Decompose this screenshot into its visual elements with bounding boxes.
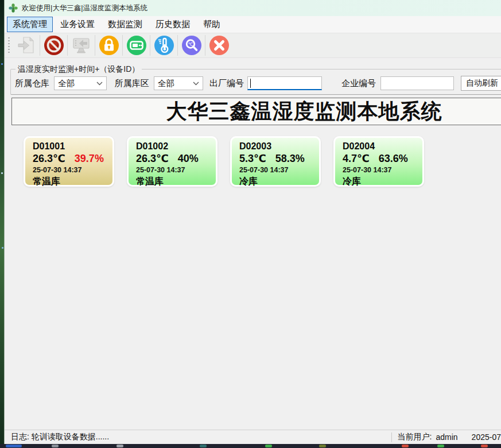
company-no-label: 企业编号 [341,78,376,89]
device-card-row: D01001 26.3℃39.7% 25-07-30 14:37 常温库 D01… [24,136,424,187]
device-humidity: 58.3% [275,153,305,164]
current-user-label: 当前用户: [398,432,432,442]
device-timestamp: 25-07-30 14:37 [239,165,319,175]
status-date: 2025-07 [472,432,501,442]
remote-desktop-icon[interactable] [68,34,95,57]
device-card[interactable]: D01002 26.3℃40% 25-07-30 14:37 常温库 [127,136,218,187]
banner-title: 大华三鑫温湿度监测本地系统 [12,98,501,126]
device-location: 冷库 [239,175,319,187]
taskbar-icon-fragment [437,445,444,447]
menu-bar: 系统管理业务设置数据监测历史数据帮助 [5,16,501,33]
warehouse-selected-value: 全部 [58,78,96,89]
factory-no-input[interactable] [247,76,322,90]
factory-no-label: 出厂编号 [209,78,244,89]
device-id: D01001 [33,140,112,152]
status-bar: 日志: 轮训读取设备数据...... 当前用户: admin 2025-07 [5,430,501,444]
device-humidity: 63.6% [379,153,408,164]
menu-item[interactable]: 历史数据 [150,17,196,32]
warehouse-label: 所属仓库 [15,78,49,89]
device-location: 冷库 [343,175,422,187]
device-location: 常温库 [33,175,112,187]
device-values: 26.3℃40% [136,152,216,165]
banner: 大华三鑫温湿度监测本地系统 [11,98,501,125]
taskbar-icon-fragment [319,445,326,447]
device-values: 4.7℃63.6% [343,152,422,165]
taskbar-icon-fragment [6,445,22,447]
lock-icon[interactable] [95,34,122,57]
device-id: D01002 [136,140,216,152]
device-values: 26.3℃39.7% [33,152,112,165]
status-separator [391,432,392,442]
device-id: D02004 [343,140,422,152]
device-card[interactable]: D02003 5.3℃58.3% 25-07-30 14:37 冷库 [230,136,321,187]
close-icon[interactable] [205,34,232,57]
device-values: 5.3℃58.3% [239,152,319,165]
temperature-search-icon[interactable]: ℃ [178,34,205,57]
menu-item[interactable]: 帮助 [197,17,226,32]
groupbox-label: 温湿度实时监测+时间+（设备ID） [15,64,142,75]
title-bar: 欢迎使用|大华三鑫|温湿度监测本地系统 [5,0,501,16]
window-title: 欢迎使用|大华三鑫|温湿度监测本地系统 [22,3,147,13]
status-log: 日志: 轮训读取设备数据...... [11,432,109,442]
device-card[interactable]: D02004 4.7℃63.6% 25-07-30 14:37 冷库 [333,136,424,187]
warehouse-select[interactable]: 全部 [54,76,107,90]
app-window: 欢迎使用|大华三鑫|温湿度监测本地系统 系统管理业务设置数据监测历史数据帮助 [4,0,501,444]
forbidden-icon[interactable] [40,34,67,57]
menu-item[interactable]: 数据监测 [102,17,148,32]
device-humidity: 40% [178,153,199,164]
area-label: 所属库区 [115,78,149,89]
text-caret [250,79,251,88]
realtime-monitor-groupbox: 温湿度实时监测+时间+（设备ID） 所属仓库 全部 所属库区 全部 出厂编号 企… [10,69,501,95]
desktop-icon-fragment [1,172,3,174]
taskbar-icon-fragment [402,445,409,447]
device-timestamp: 25-07-30 14:37 [33,165,112,175]
current-user-value: admin [436,432,457,442]
device-card[interactable]: D01001 26.3℃39.7% 25-07-30 14:37 常温库 [24,136,114,187]
device-location: 常温库 [136,175,216,187]
toolbar: ℃ [5,33,501,58]
device-humidity: 39.7% [75,153,104,164]
toolbar-grip[interactable] [8,37,10,53]
status-right-group: 当前用户: admin 2025-07 [391,432,501,442]
area-select[interactable]: 全部 [154,76,203,90]
device-id: D02003 [239,140,319,152]
desktop-icon-fragment [1,63,3,65]
device-temperature: 5.3℃ [239,153,266,164]
chevron-down-icon [193,82,199,86]
device-temperature: 26.3℃ [136,153,169,164]
device-temperature: 26.3℃ [33,153,65,164]
taskbar-icon-fragment [116,445,123,447]
device-timestamp: 25-07-30 14:37 [136,165,216,175]
area-selected-value: 全部 [158,78,193,89]
taskbar-fragment [0,444,501,448]
menu-item[interactable]: 系统管理 [7,17,53,32]
desktop-icon-fragment [2,247,3,249]
auto-refresh-button[interactable]: 自动刷新 [461,76,501,91]
taskbar-icon-fragment [481,445,488,447]
taskbar-icon-fragment [200,445,207,447]
taskbar-icon-fragment [265,445,272,447]
import-document-icon[interactable] [13,34,40,57]
taskbar-icon-fragment [52,445,59,447]
chevron-down-icon [96,82,103,86]
device-temperature: 4.7℃ [343,153,370,164]
filter-row: 所属仓库 全部 所属库区 全部 出厂编号 企业编号 自动刷新 [15,76,501,91]
menu-item[interactable]: 业务设置 [55,17,100,32]
device-timestamp: 25-07-30 14:37 [343,165,422,175]
thermometer-icon[interactable] [150,34,177,57]
app-logo-icon [9,3,18,13]
device-meter-icon[interactable] [123,34,150,57]
company-no-input[interactable] [380,76,454,90]
svg-text:℃: ℃ [188,42,193,47]
main-content: 温湿度实时监测+时间+（设备ID） 所属仓库 全部 所属库区 全部 出厂编号 企… [5,58,501,430]
